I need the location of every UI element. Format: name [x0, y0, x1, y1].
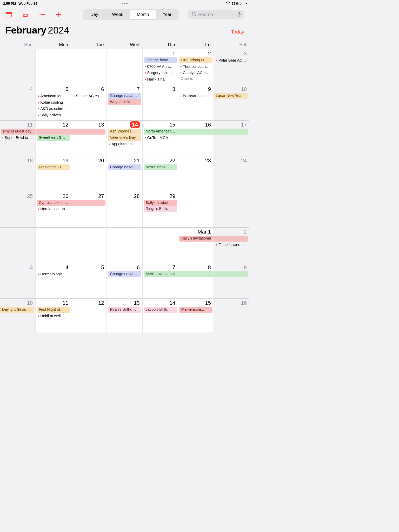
day-cell[interactable]: 16 — [214, 299, 249, 332]
event[interactable] — [178, 271, 214, 277]
day-cell[interactable]: 7Change nasal…Wayne picku… — [107, 85, 142, 121]
day-cell[interactable]: 15North American CupGoTo - MGA… — [143, 121, 178, 156]
event[interactable] — [71, 200, 105, 206]
event[interactable]: Phyllis guest day — [1, 129, 35, 135]
day-cell[interactable]: 15Markensons… — [178, 299, 214, 332]
day-cell[interactable]: 5American Me…Kobie coolingA&D ac estim…S… — [36, 85, 71, 121]
inbox-icon[interactable] — [22, 11, 29, 18]
seg-day[interactable]: Day — [84, 10, 105, 19]
day-cell[interactable]: 10Lunar New Year — [214, 85, 249, 121]
day-cell[interactable]: 16 — [178, 121, 214, 156]
event[interactable] — [178, 129, 214, 135]
day-cell[interactable]: 12 Sweetheart S… — [36, 121, 71, 156]
event[interactable]: American Me… — [37, 93, 70, 99]
list-icon[interactable] — [38, 11, 46, 18]
day-cell[interactable]: 12 — [71, 299, 107, 332]
event[interactable]: Men's Invitational — [144, 271, 178, 277]
day-cell[interactable] — [107, 228, 142, 263]
day-cell[interactable] — [178, 192, 214, 228]
day-cell[interactable] — [36, 228, 71, 263]
event[interactable] — [71, 129, 105, 135]
day-cell[interactable]: 2 Fisher's wine… — [214, 228, 249, 263]
day-cell[interactable]: 27 — [71, 192, 107, 228]
day-cell[interactable] — [0, 49, 36, 85]
day-cell[interactable]: 3Polar Bear AC… — [214, 49, 249, 85]
day-cell[interactable]: 4Dermatologis… — [36, 263, 71, 299]
day-cell[interactable] — [107, 49, 142, 85]
day-cell[interactable]: 19Presidents' D… — [36, 156, 71, 192]
day-cell[interactable]: 17 — [214, 121, 249, 156]
day-cell[interactable]: 25 — [0, 192, 36, 228]
event[interactable]: First Night of… — [37, 307, 70, 313]
event[interactable]: Change nasal… — [108, 164, 141, 170]
day-cell[interactable] — [36, 49, 71, 85]
today-button[interactable]: Today — [231, 29, 244, 35]
day-cell[interactable]: 6Sunset AC es… — [71, 85, 107, 121]
event[interactable]: Surgery follo… — [144, 70, 177, 76]
seg-year[interactable]: Year — [156, 10, 178, 19]
day-cell[interactable]: 6Change nasal… — [107, 263, 142, 299]
day-cell[interactable]: 7Men's Invitational — [143, 263, 178, 299]
day-cell[interactable]: 8 — [143, 85, 178, 121]
event[interactable]: Polar Bear AC… — [215, 57, 248, 64]
event[interactable]: Dermatologis… — [37, 271, 70, 278]
event[interactable]: Ash Wednes… — [108, 129, 141, 135]
event[interactable]: Change nasal… — [108, 93, 141, 99]
day-cell[interactable]: 11Phyllis guest daySuper Bowl ta… — [0, 121, 36, 156]
day-cell[interactable]: 26Cypress lake invitationalHernia post o… — [36, 192, 71, 228]
day-cell[interactable]: 10Daylight Savin… — [0, 299, 36, 332]
day-cell[interactable]: 14Jacob's Birth… — [143, 299, 178, 332]
event[interactable]: Change head… — [144, 57, 177, 63]
day-cell[interactable]: 29Sally's invitati…Ringo's Birth… — [143, 192, 178, 228]
event[interactable]: Sunset AC es… — [72, 93, 105, 99]
day-cell[interactable]: 3 — [0, 263, 36, 299]
day-cell[interactable]: 11First Night of…Heidi at well… — [36, 299, 71, 332]
event[interactable]: A&D ac estim… — [37, 106, 70, 112]
event[interactable]: GoTo - MGA… — [144, 135, 177, 141]
event[interactable]: Wayne picku… — [108, 99, 141, 105]
event[interactable]: Sally's invitati… — [144, 200, 177, 206]
event[interactable]: Super Bowl ta… — [1, 135, 34, 141]
event[interactable]: Sally's invitational — [179, 236, 214, 242]
event[interactable]: Hair - Tina — [144, 76, 177, 83]
event[interactable]: 0700 VA Ann… — [144, 64, 177, 70]
day-cell[interactable]: Mar 1Sally's invitational — [178, 228, 214, 263]
event[interactable] — [36, 129, 71, 135]
event[interactable]: Kobie cooling — [37, 99, 70, 106]
event[interactable]: Sweetheart S… — [37, 135, 70, 141]
event[interactable]: Groundhog D… — [179, 57, 212, 63]
day-cell[interactable]: 4 — [0, 85, 36, 121]
day-cell[interactable]: 18 — [0, 156, 36, 192]
event[interactable] — [214, 236, 248, 242]
day-cell[interactable]: 23 — [178, 156, 214, 192]
event[interactable]: Hernia post op — [37, 206, 70, 212]
day-cell[interactable] — [143, 228, 178, 263]
event[interactable]: Ryan's Birthd… — [108, 307, 141, 313]
event[interactable] — [214, 129, 248, 135]
event[interactable]: Thomas court… — [179, 64, 212, 70]
seg-month[interactable]: Month — [130, 10, 156, 19]
day-cell[interactable]: 9 — [214, 263, 249, 299]
event[interactable]: Fisher's wine… — [215, 242, 248, 248]
event[interactable]: Markensons… — [179, 307, 212, 313]
day-cell[interactable]: 20 — [71, 156, 107, 192]
calendar-grid[interactable]: 1Change head…0700 VA Ann…Surgery follo…H… — [0, 49, 249, 332]
search-input[interactable]: Search — [188, 10, 244, 19]
event[interactable]: Valentine's Day — [108, 135, 141, 141]
more-events[interactable]: 2 more… — [178, 76, 214, 81]
mic-icon[interactable] — [237, 11, 241, 18]
day-cell[interactable]: 14Ash Wednes…Valentine's DayAppointment… — [107, 121, 142, 156]
event[interactable]: Ringo's Birth… — [144, 206, 177, 212]
event[interactable]: Heidi at well… — [37, 313, 70, 320]
day-cell[interactable] — [71, 49, 107, 85]
day-cell[interactable]: 22Men's steak… — [143, 156, 178, 192]
event[interactable]: Men's steak… — [144, 164, 177, 170]
day-cell[interactable] — [214, 192, 249, 228]
day-cell[interactable]: 5 — [71, 263, 107, 299]
event[interactable]: Catalyst AC e… — [179, 70, 212, 76]
event[interactable] — [214, 271, 248, 277]
day-cell[interactable]: 24 — [214, 156, 249, 192]
day-cell[interactable]: 13Ryan's Birthd… — [107, 299, 142, 332]
day-cell[interactable]: 8 — [178, 263, 214, 299]
event[interactable]: Daylight Savin… — [0, 307, 34, 313]
